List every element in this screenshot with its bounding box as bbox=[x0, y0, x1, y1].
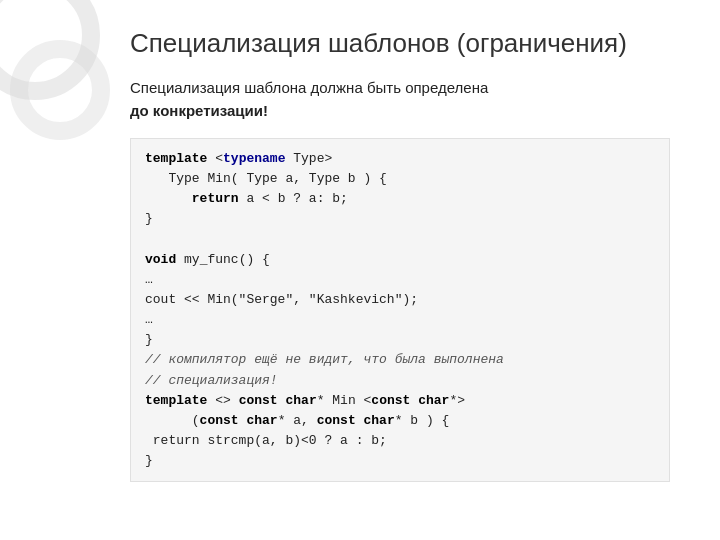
main-content: Специализация шаблонов (ограничения) Спе… bbox=[0, 0, 720, 502]
subtitle-line1: Специализация шаблона должна быть опреде… bbox=[130, 79, 488, 96]
code-block: template <typename Type> Type Min( Type … bbox=[130, 138, 670, 482]
subtitle-line2: до конкретизации! bbox=[130, 102, 268, 119]
subtitle: Специализация шаблона должна быть опреде… bbox=[130, 77, 670, 122]
page-title: Специализация шаблонов (ограничения) bbox=[130, 28, 670, 59]
